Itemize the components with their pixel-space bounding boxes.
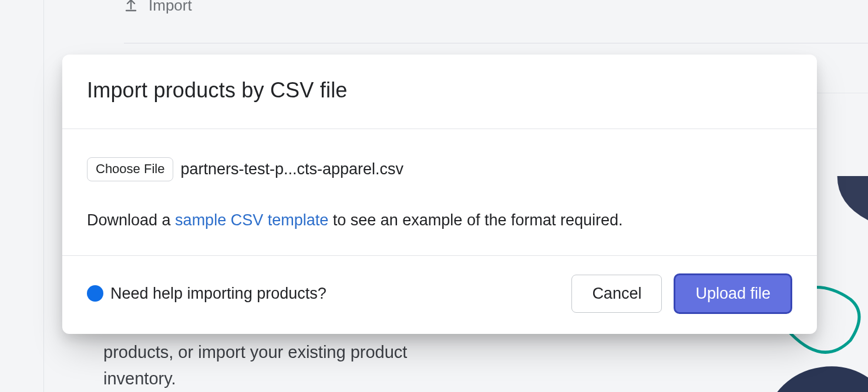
modal-body: Choose File partners-test-p...cts-appare…: [62, 129, 817, 256]
modal-header: Import products by CSV file: [62, 55, 817, 129]
upload-icon: [124, 0, 138, 14]
cancel-button[interactable]: Cancel: [571, 275, 662, 313]
sample-csv-link[interactable]: sample CSV template: [175, 211, 328, 229]
left-rail: [0, 0, 44, 392]
footer-buttons: Cancel Upload file: [571, 273, 792, 314]
background-body-text: products, or import your existing produc…: [103, 339, 479, 392]
modal-title: Import products by CSV file: [87, 78, 792, 103]
chosen-filename: partners-test-p...cts-apparel.csv: [180, 160, 403, 178]
file-picker-row: Choose File partners-test-p...cts-appare…: [87, 157, 792, 181]
choose-file-button[interactable]: Choose File: [87, 157, 173, 181]
download-hint-prefix: Download a: [87, 211, 175, 229]
import-csv-modal: Import products by CSV file Choose File …: [62, 55, 817, 334]
import-label: Import: [149, 0, 192, 15]
help-link[interactable]: Need help importing products?: [87, 285, 327, 303]
download-hint: Download a sample CSV template to see an…: [87, 209, 792, 232]
modal-footer: Need help importing products? Cancel Upl…: [62, 256, 817, 334]
divider: [124, 43, 868, 43]
upload-file-button[interactable]: Upload file: [674, 273, 792, 314]
download-hint-suffix: to see an example of the format required…: [328, 211, 623, 229]
help-dot-icon: [87, 285, 103, 302]
import-action[interactable]: Import: [124, 0, 192, 15]
help-text: Need help importing products?: [110, 285, 327, 303]
